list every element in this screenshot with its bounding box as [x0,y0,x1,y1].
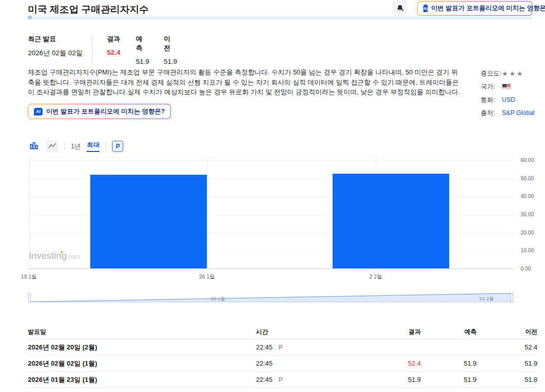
row-time: 22:45 [256,360,383,367]
chart-plot: Investing.com [28,157,513,269]
row-date: 2026년 02월 02일 (1월) [28,359,256,368]
importance-label: 중요도: [481,69,502,78]
ai-impact-label: 이번 발표가 포트폴리오에 미치는 영향은? [431,4,545,13]
line-chart-icon [48,141,57,152]
source-label: 출처: [481,109,502,117]
importance-stars: ★★★ [502,70,524,77]
previous-label: 이전 [164,34,176,53]
page-title: 미국 제조업 구매관리자지수 [28,3,149,16]
scroll-track[interactable] [28,16,532,19]
chart-bar[interactable] [90,175,207,268]
x-tick-label: 2 2월 [370,273,382,281]
row-forecast: 51.9 [421,360,477,367]
event-meta: 중요도: ★★★ 국가: 통화: USD 출처: S&P Global [481,69,534,122]
row-date: 2026년 01월 23일 (1월) [28,375,256,384]
y-tick-label: 40.00 [521,193,534,199]
ai-impact-button-mid[interactable]: AI 이번 발표가 포트폴리오에 미치는 영향은? [28,104,171,119]
divider [92,35,93,64]
history-table: 발표일 시간 결과 예측 이전 2026년 02월 20일 (2월) 22:45… [28,325,537,388]
x-tick-label: 26 1월 [199,273,215,281]
y-tick-label: 10.00 [521,247,534,253]
header-time: 시간 [256,328,383,336]
navigator-start-label: 26 1월 [211,296,225,302]
currency-label: 통화: [481,96,502,104]
chart-bar[interactable] [333,174,449,268]
y-tick-label: 0.00 [521,265,531,271]
latest-release-label: 최근 발표 [28,34,92,44]
x-axis-labels: 19 1월26 1월2 2월 [28,273,513,281]
gridline-horizontal [28,161,513,161]
y-tick-label: 60.00 [521,157,534,163]
row-previous: 52.4 [477,343,537,351]
economic-event-page: 미국 제조업 구매관리자지수 + AI 이번 발표가 포트폴리오에 미치는 영향… [0,0,545,392]
navigator-right-handle[interactable] [511,293,514,300]
x-tick-label: 19 1월 [21,273,37,281]
divider [105,142,106,150]
header-date: 발표일 [28,328,256,336]
y-tick-label: 30.00 [521,211,534,217]
ai-impact-button-top[interactable]: AI 이번 발표가 포트폴리오에 미치는 영향은? [417,1,532,16]
country-label: 국가: [481,83,502,91]
y-tick-label: 20.00 [521,229,534,236]
range-1y-button[interactable]: 1년 [71,142,81,151]
row-date: 2026년 02월 20일 (2월) [28,343,256,352]
us-flag-icon [502,84,511,90]
row-time: 22:45P [256,376,383,383]
actual-label: 결과 [107,34,121,44]
ai-icon: AI [423,5,428,12]
navigator-area [28,291,515,302]
header-previous: 이전 [477,328,537,336]
preliminary-mark: P [279,376,283,383]
svg-text:+: + [402,8,404,12]
investing-watermark: Investing.com [29,251,80,261]
table-row[interactable]: 2026년 02월 02일 (1월) 22:45 52.4 51.9 51.9 [28,356,537,372]
latest-release: 최근 발표 2026년 02월 02일 결과 52.4 예측 51.9 이전 5… [28,34,176,65]
row-actual: 52.4 [383,360,421,367]
latest-release-date: 2026년 02월 02일 [28,49,92,58]
divider [64,142,65,150]
row-previous: 51.8 [477,376,537,383]
ai-impact-label: 이번 발표가 포트폴리오에 미치는 영향은? [46,107,165,116]
previous-value: 51.9 [164,58,176,65]
preliminary-mark: P [279,344,283,351]
forecast-label: 예측 [136,34,149,53]
header-forecast: 예측 [421,328,477,336]
preliminary-toggle-button[interactable]: P [112,141,123,152]
currency-link[interactable]: USD [502,96,515,103]
table-row[interactable]: 2026년 01월 23일 (1월) 22:45P 51.9 51.9 51.8 [28,372,537,388]
watermark-dot [61,251,63,253]
event-description: 제조업 구매관리자지수(PMI)는 제조업 부문 구매관리자의 활동 수준을 측… [28,67,462,97]
navigator-end-label: 02 2월 [480,296,494,302]
navigator-left-handle[interactable] [28,293,31,300]
bar-chart-icon [29,141,39,152]
ai-icon: AI [34,108,43,115]
row-time: 22:45P [256,343,383,351]
header-actual: 결과 [383,328,421,336]
chart-range-navigator[interactable]: 26 1월 02 2월 [28,291,515,302]
chart-toolbar: 1년 최대 P [28,140,123,153]
actual-value: 52.4 [107,49,121,56]
row-actual: 51.9 [383,376,421,383]
forecast-value: 51.9 [136,58,149,65]
gridline-vertical [29,158,29,268]
source-link[interactable]: S&P Global [502,109,534,116]
pmi-bar-chart: Investing.com 60.0050.0040.0030.0020.001… [28,157,537,284]
table-header-row: 발표일 시간 결과 예측 이전 [28,325,537,339]
scroll-thumb[interactable] [28,16,32,19]
bar-chart-type-button[interactable] [28,140,40,152]
row-forecast: 51.9 [421,376,477,383]
line-chart-type-button[interactable] [46,140,58,152]
row-previous: 51.9 [477,360,537,367]
add-alert-button[interactable]: + [392,2,408,16]
range-max-button[interactable]: 최대 [87,141,99,152]
bell-plus-icon: + [396,4,404,14]
table-row[interactable]: 2026년 02월 20일 (2월) 22:45P 52.4 [28,339,537,356]
y-tick-label: 50.00 [521,175,534,181]
